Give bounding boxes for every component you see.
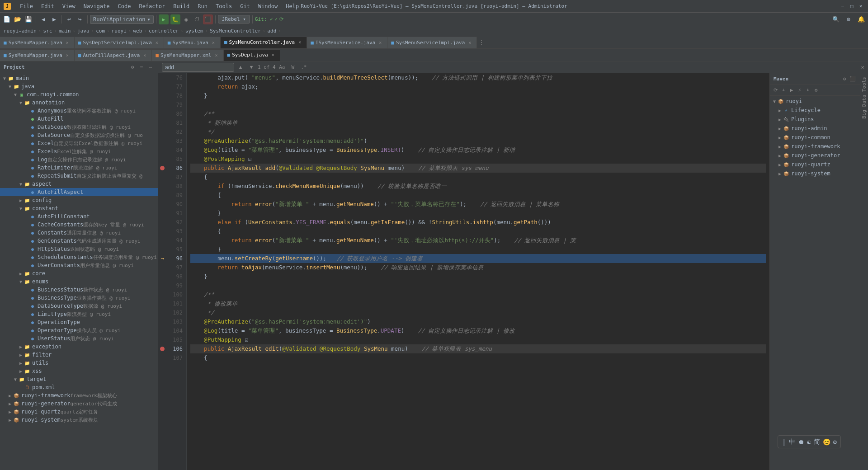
breadcrumb-item-10[interactable]: add — [267, 28, 276, 34]
close-icon[interactable]: × — [297, 39, 303, 46]
toolbar-forward-btn[interactable]: ▶ — [49, 14, 59, 24]
breadcrumb-item-2[interactable]: main — [59, 28, 71, 34]
breadcrumb-item-7[interactable]: controller — [149, 28, 179, 34]
tree-item-exception[interactable]: ▶ 📁 exception — [0, 343, 158, 351]
menu-window[interactable]: Window — [255, 2, 281, 10]
tree-item-utils[interactable]: ▶ 📁 utils — [0, 359, 158, 367]
close-icon[interactable]: × — [377, 40, 383, 46]
code-editor[interactable]: ajax.put( "menus", menuService.buildMenu… — [187, 73, 769, 470]
breadcrumb-item-4[interactable]: com — [96, 28, 105, 34]
menu-file[interactable]: File — [16, 2, 37, 10]
maximize-button[interactable]: □ — [848, 3, 855, 10]
menu-tools[interactable]: Tools — [212, 2, 236, 10]
tree-item-excel[interactable]: ● Excel 自定义导出Excel数据源注解 @ ruoyi — [0, 139, 158, 147]
tree-item-autoFillAspect[interactable]: ● AutoFillAspect — [0, 188, 158, 196]
ime-emoji-icon[interactable]: 😊 — [823, 438, 830, 446]
notifications-button[interactable]: 🔔 — [856, 14, 866, 24]
tree-item-scheduleConstants[interactable]: ● ScheduleConstants 任务调度通用常量 @ ruoyi — [0, 253, 158, 261]
maven-run-icon[interactable]: ▶ — [788, 87, 795, 94]
close-icon[interactable]: × — [467, 40, 473, 46]
toolbar-new-btn[interactable]: 📄 — [2, 14, 12, 24]
close-icon[interactable]: × — [142, 52, 148, 59]
match-case-button[interactable]: Aa — [278, 63, 287, 72]
tab-sysMenu-java[interactable]: ■ SysMenu.java × — [164, 37, 221, 48]
tree-item-autoFillConstant[interactable]: ● AutoFillConstant — [0, 212, 158, 221]
minimize-button[interactable]: − — [839, 3, 846, 10]
tree-item-operatorType[interactable]: ● OperatorType 操作人员 @ ruoyi — [0, 326, 158, 334]
tree-item-anonymous[interactable]: ● Anonymous 重名访问不鉴权注解 @ ruoyi — [0, 107, 158, 115]
tree-item-core[interactable]: ▶ 📁 core — [0, 269, 158, 277]
ime-simplified-icon[interactable]: 简 — [814, 438, 820, 446]
tree-item-businessStatus[interactable]: ● BusinessStatus 操作状态 @ ruoyi — [0, 286, 158, 294]
tree-item-excels[interactable]: ● Excels Excel注解集 @ ruoyi — [0, 147, 158, 155]
menu-navigate[interactable]: Navigate — [80, 2, 113, 10]
tab-sysdeptServiceImpl-java[interactable]: ■ SysDeptServiceImpl.java × — [75, 37, 164, 48]
project-collapse-icon[interactable]: ≡ — [138, 64, 145, 71]
breadcrumb-item-6[interactable]: web — [133, 28, 142, 34]
menu-edit[interactable]: Edit — [38, 2, 58, 10]
tree-item-datasource[interactable]: ● DataSource 自定义多数据源切换注解 @ ruo — [0, 131, 158, 139]
more-tabs-button[interactable]: ⋮ — [477, 37, 486, 48]
tree-item-ruoyi-system[interactable]: ▶ 📦 ruoyi-system system系统模块 — [0, 416, 158, 424]
tree-item-ruoyi-framework[interactable]: ▶ 📦 ruoyi-framework framework框架核心 — [0, 391, 158, 400]
project-settings-icon[interactable]: ⚙ — [129, 64, 136, 71]
close-icon[interactable]: × — [270, 52, 276, 58]
breadcrumb-item-1[interactable]: src — [43, 28, 52, 34]
find-close-button[interactable]: × — [861, 64, 864, 70]
project-config-dropdown[interactable]: RuoYiApplication ▾ — [90, 15, 154, 24]
maven-item-plugins[interactable]: ▶ 🔌 Plugins — [770, 115, 860, 124]
tab-sysMenuMapper-xml[interactable]: ■ SysMenuMapper.xml × — [152, 49, 223, 61]
tree-item-xss[interactable]: ▶ 📁 xss — [0, 367, 158, 375]
close-icon[interactable]: × — [213, 52, 220, 59]
tree-item-dataSourceType[interactable]: ● DataSourceType 数据源 @ ruoyi — [0, 302, 158, 310]
tree-item-config[interactable]: ▶ 📁 config — [0, 196, 158, 204]
jrebel-dropdown[interactable]: JRebel ▾ — [218, 15, 250, 24]
menu-code[interactable]: Code — [114, 2, 135, 10]
close-icon[interactable]: × — [64, 52, 71, 59]
maven-filter-icon[interactable]: ⚙ — [812, 87, 820, 94]
close-button[interactable]: ✕ — [857, 3, 864, 10]
coverage-button[interactable]: ◉ — [181, 14, 191, 24]
tab-sysMenuMapper2-java[interactable]: ■ SysMenuMapper.java × — [0, 49, 75, 61]
tree-item-main[interactable]: ▼ 📁 main — [0, 74, 158, 82]
debug-breakpoint-icon[interactable] — [160, 166, 165, 170]
find-input[interactable] — [162, 63, 234, 72]
close-icon[interactable]: × — [64, 40, 71, 46]
breadcrumb-item-8[interactable]: system — [185, 28, 203, 34]
tree-item-userStatus[interactable]: ● UserStatus 用户状态 @ ruoyi — [0, 334, 158, 343]
maven-item-ruoyi-system[interactable]: ▶ 📦 ruoyi-system — [770, 169, 860, 178]
search-everywhere-button[interactable]: 🔍 — [831, 14, 841, 24]
breadcrumb-item-3[interactable]: java — [77, 28, 90, 34]
tree-item-ruoyi-generator[interactable]: ▶ 📦 ruoyi-generator generator代码生成 — [0, 400, 158, 408]
menu-refactor[interactable]: Refactor — [135, 2, 169, 10]
debug-button[interactable]: 🐛 — [170, 14, 180, 24]
tree-item-constants[interactable]: ● Constants 通用常量信息 @ ruoyi — [0, 229, 158, 237]
tree-item-log[interactable]: ● Log 自定义操作日志记录注解 @ ruoyi — [0, 155, 158, 164]
find-prev-button[interactable]: ▲ — [236, 63, 245, 72]
tree-item-businessType[interactable]: ● BusinessType 业务操作类型 @ ruoyi — [0, 294, 158, 302]
tree-item-java[interactable]: ▼ 📁 java — [0, 82, 158, 90]
ime-gear-icon[interactable]: ⚙ — [833, 438, 837, 446]
maven-item-ruoyi-quartz[interactable]: ▶ 📦 ruoyi-quartz — [770, 160, 860, 169]
tree-item-limitType[interactable]: ● LimitType 限流类型 @ ruoyi — [0, 310, 158, 318]
run-button[interactable]: ▶ — [159, 14, 169, 24]
maven-refresh-icon[interactable]: ⟳ — [772, 87, 779, 94]
tab-sysmenuMapper-java[interactable]: ■ SysMenuMapper.java × — [0, 37, 75, 48]
tree-item-ratelimiter[interactable]: ● RateLimiter 限流注解 @ ruoyi — [0, 164, 158, 172]
tree-item-target[interactable]: ▼ 📁 target — [0, 375, 158, 383]
toolbar-open-btn[interactable]: 📂 — [13, 14, 23, 24]
maven-collapse-icon[interactable]: ⬛ — [849, 75, 856, 83]
tab-sysMenuServiceImpl-java[interactable]: ■ SysMenuServiceImpl.java × — [387, 37, 477, 48]
tree-item-userConstants[interactable]: ● UserConstants 用户常量信息 @ ruoyi — [0, 261, 158, 269]
breadcrumb-item-0[interactable]: ruoyi-admin — [4, 28, 37, 34]
toolbar-undo-btn[interactable]: ↩ — [64, 14, 74, 24]
tree-item-filter[interactable]: ▶ 📁 filter — [0, 351, 158, 359]
menu-help[interactable]: Help — [282, 2, 302, 10]
maven-item-ruoyi-common[interactable]: ▶ 📦 ruoyi-common — [770, 133, 860, 142]
profile-button[interactable]: ⏱ — [192, 14, 202, 24]
stop-button[interactable]: ⬛ — [203, 14, 213, 24]
menu-run[interactable]: Run — [194, 2, 211, 10]
find-next-button[interactable]: ▼ — [247, 63, 256, 72]
tree-item-ruoyi-quartz[interactable]: ▶ 📦 ruoyi-quartz quartz定时任务 — [0, 408, 158, 416]
close-icon[interactable]: × — [154, 40, 160, 46]
